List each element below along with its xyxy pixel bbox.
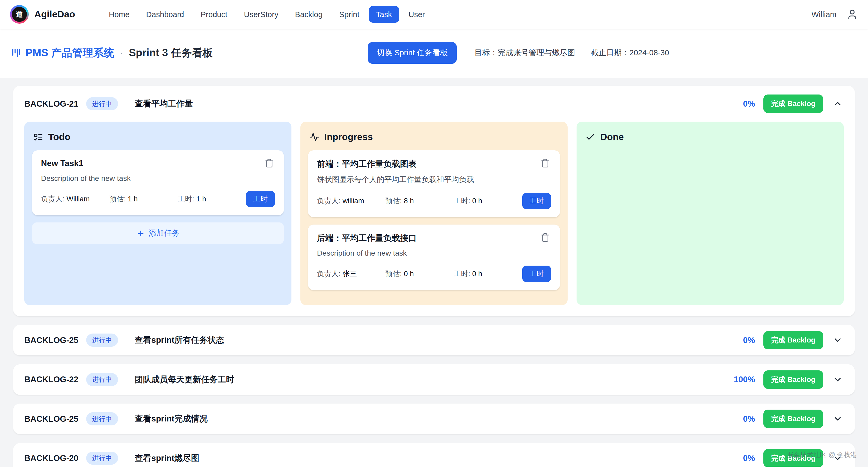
delete-task-button[interactable] [539, 158, 551, 169]
task-assignee-value: william [343, 197, 364, 205]
task-hours-label: 工时: [454, 197, 470, 205]
task-assignee-label: 负责人: [317, 270, 340, 278]
complete-backlog-button[interactable]: 完成 Backlog [764, 331, 823, 349]
progress-percent: 0% [743, 453, 755, 463]
logo-glyph: 道 [12, 7, 27, 22]
backlog-card-expanded: BACKLOG-21 进行中 查看平均工作量 0% 完成 Backlog Tod… [13, 86, 855, 316]
chevron-down-icon [833, 375, 843, 385]
column-todo-header: Todo [33, 132, 283, 142]
column-done: Done [577, 122, 844, 305]
nav-item-home[interactable]: Home [102, 6, 137, 23]
expand-button[interactable] [831, 413, 843, 425]
brand-name: AgileDao [34, 9, 75, 20]
backlog-title: 查看sprint完成情况 [135, 413, 208, 424]
user-menu-button[interactable] [846, 9, 858, 20]
column-title: Inprogress [324, 132, 373, 142]
watermark: 掘金技术社区 @ 全栈港 [787, 451, 857, 459]
task-assignee: 负责人: 张三 [317, 269, 385, 278]
backlog-row[interactable]: BACKLOG-22 进行中 团队成员每天更新任务工时 100% 完成 Back… [13, 364, 855, 395]
nav-right: William [812, 9, 858, 20]
task-card[interactable]: 后端：平均工作量负载接口 Description of the new task… [308, 225, 560, 290]
backlog-id: BACKLOG-20 [24, 453, 78, 463]
page-title: Sprint 3 任务看板 [129, 46, 213, 60]
task-estimate-value: 0 h [404, 270, 414, 278]
task-hours-label: 工时: [178, 195, 194, 203]
page-header: PMS 产品管理系统 · Sprint 3 任务看板 切换 Sprint 任务看… [0, 29, 868, 78]
progress-percent: 0% [743, 335, 755, 345]
task-assignee-label: 负责人: [41, 195, 64, 203]
add-task-button[interactable]: 添加任务 [32, 223, 284, 244]
backlog-header-right: 0% 完成 Backlog [743, 95, 844, 113]
task-hours: 工时: 0 h [454, 269, 522, 278]
chevron-down-icon [833, 335, 843, 345]
backlog-row[interactable]: BACKLOG-20 进行中 查看sprint燃尽图 0% 完成 Backlog [13, 443, 855, 467]
trash-icon [540, 233, 550, 242]
username: William [812, 10, 837, 19]
nav-item-task[interactable]: Task [369, 6, 399, 23]
nav-item-product[interactable]: Product [193, 6, 235, 23]
task-estimate: 预估: 8 h [385, 196, 454, 206]
app: 道 AgileDao Home Dashboard Product UserSt… [0, 0, 868, 467]
complete-backlog-button[interactable]: 完成 Backlog [764, 370, 823, 389]
task-card[interactable]: New Task1 Description of the new task 负责… [32, 150, 284, 215]
delete-task-button[interactable] [263, 158, 275, 169]
task-hours-value: 0 h [472, 270, 482, 278]
backlog-id: BACKLOG-21 [24, 99, 78, 109]
log-hours-button[interactable]: 工时 [522, 266, 551, 282]
expand-button[interactable] [831, 334, 843, 346]
progress-percent: 100% [734, 375, 755, 384]
complete-backlog-button[interactable]: 完成 Backlog [764, 95, 823, 113]
task-hours: 工时: 1 h [178, 194, 246, 204]
column-title: Done [600, 132, 624, 142]
backlog-title: 团队成员每天更新任务工时 [135, 374, 234, 385]
task-board: Todo New Task1 Description of the new ta… [24, 122, 843, 305]
task-card[interactable]: 前端：平均工作量负载图表 饼状图显示每个人的平均工作量负载和平均负载 负责人: … [308, 150, 560, 218]
content: BACKLOG-21 进行中 查看平均工作量 0% 完成 Backlog Tod… [0, 78, 868, 467]
switch-sprint-board-button[interactable]: 切换 Sprint 任务看板 [368, 42, 457, 64]
brand[interactable]: 道 AgileDao [10, 5, 75, 24]
breadcrumb-separator: · [120, 47, 123, 59]
activity-icon [309, 132, 319, 142]
project-link[interactable]: PMS 产品管理系统 [26, 46, 114, 60]
status-badge: 进行中 [86, 452, 118, 465]
nav-item-dashboard[interactable]: Dashboard [139, 6, 191, 23]
task-hours-value: 0 h [472, 197, 482, 205]
task-estimate: 预估: 1 h [110, 194, 178, 204]
trash-icon [540, 159, 550, 168]
task-assignee: 负责人: William [41, 194, 110, 204]
task-title: 前端：平均工作量负载图表 [317, 158, 416, 170]
page-header-left: PMS 产品管理系统 · Sprint 3 任务看板 [10, 46, 213, 60]
kanban-icon [10, 47, 21, 59]
nav-links: Home Dashboard Product UserStory Backlog… [102, 6, 432, 23]
column-title: Todo [48, 132, 71, 142]
expand-button[interactable] [831, 373, 843, 386]
task-description: Description of the new task [317, 249, 551, 258]
task-estimate-label: 预估: [385, 270, 402, 278]
nav-item-sprint[interactable]: Sprint [332, 6, 367, 23]
column-done-header: Done [585, 132, 835, 142]
backlog-id: BACKLOG-22 [24, 375, 78, 384]
log-hours-button[interactable]: 工时 [246, 191, 275, 207]
task-title: New Task1 [41, 158, 83, 168]
sprint-deadline: 截止日期：2024-08-30 [591, 48, 669, 58]
log-hours-button[interactable]: 工时 [522, 193, 551, 209]
check-icon [585, 132, 595, 142]
delete-task-button[interactable] [539, 232, 551, 243]
complete-backlog-button[interactable]: 完成 Backlog [764, 410, 823, 428]
nav-item-userstory[interactable]: UserStory [237, 6, 285, 23]
backlog-row[interactable]: BACKLOG-25 进行中 查看sprint完成情况 0% 完成 Backlo… [13, 404, 855, 434]
add-task-label: 添加任务 [149, 228, 180, 238]
nav-item-user[interactable]: User [401, 6, 432, 23]
backlog-row[interactable]: BACKLOG-25 进行中 查看sprint所有任务状态 0% 完成 Back… [13, 325, 855, 355]
task-description: Description of the new task [41, 174, 275, 183]
status-badge: 进行中 [86, 334, 118, 347]
task-assignee-value: William [67, 195, 90, 203]
task-description: 饼状图显示每个人的平均工作量负载和平均负载 [317, 174, 551, 185]
progress-percent: 0% [743, 414, 755, 424]
task-meta: 负责人: William 预估: 1 h 工时: 1 h 工时 [41, 191, 275, 207]
nav-item-backlog[interactable]: Backlog [288, 6, 330, 23]
task-hours: 工时: 0 h [454, 196, 522, 206]
task-estimate: 预估: 0 h [385, 269, 454, 278]
collapse-button[interactable] [831, 98, 843, 110]
task-meta: 负责人: william 预估: 8 h 工时: 0 h 工时 [317, 193, 551, 209]
